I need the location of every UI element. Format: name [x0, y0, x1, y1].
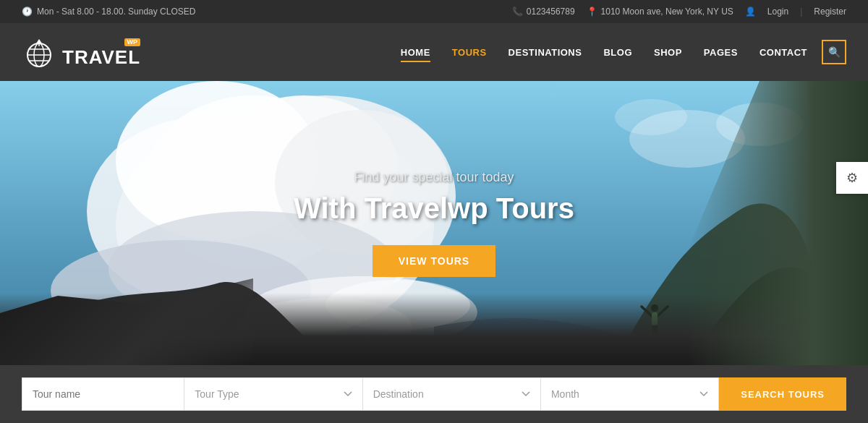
hero-subtitle: Find your special tour today: [294, 170, 574, 185]
search-tours-button[interactable]: SEARCH TOURS: [719, 377, 846, 411]
search-icon-button[interactable]: 🔍: [822, 40, 846, 64]
address-info: 📍 1010 Moon ave, New York, NY US: [587, 7, 733, 17]
nav-item-contact[interactable]: CONTACT: [760, 46, 807, 59]
register-link[interactable]: Register: [814, 7, 846, 17]
nav-links: HOME TOURS DESTINATIONS BLOG SHOP PAGES …: [401, 46, 807, 59]
month-select[interactable]: Month January February March April May J…: [541, 377, 719, 411]
settings-panel[interactable]: ⚙: [836, 162, 868, 194]
view-tours-button[interactable]: VIEW TOURS: [373, 245, 495, 277]
globe-icon: [22, 35, 56, 69]
top-bar: 🕐 Mon - Sat 8.00 - 18.00. Sunday CLOSED …: [0, 0, 868, 23]
nav-link-home[interactable]: HOME: [401, 47, 430, 62]
wp-badge: WP: [124, 38, 141, 46]
top-bar-right: 📞 0123456789 📍 1010 Moon ave, New York, …: [512, 7, 846, 17]
hero-title: With Travelwp Tours: [294, 192, 574, 225]
logo-name: TRAVEL: [62, 48, 140, 67]
navbar: WP TRAVEL HOME TOURS DESTINATIONS BLOG S…: [0, 23, 868, 81]
phone-number: 0123456789: [527, 7, 575, 17]
nav-link-contact[interactable]: CONTACT: [760, 47, 807, 58]
svg-point-21: [615, 99, 687, 135]
destination-select[interactable]: Destination Europe Asia America Africa: [363, 377, 541, 411]
tour-type-select[interactable]: Tour Type Cultural Adventure Beach City: [184, 377, 362, 411]
address-text: 1010 Moon ave, New York, NY US: [601, 7, 733, 17]
logo-text-group: WP TRAVEL: [62, 38, 140, 67]
nav-link-pages[interactable]: PAGES: [704, 47, 738, 58]
tour-name-input[interactable]: [22, 377, 184, 411]
hours-text: Mon - Sat 8.00 - 18.00. Sunday CLOSED: [37, 7, 195, 17]
search-icon: 🔍: [828, 46, 841, 58]
nav-link-destinations[interactable]: DESTINATIONS: [509, 47, 582, 58]
login-link[interactable]: Login: [767, 7, 788, 17]
hero-content: Find your special tour today With Travel…: [294, 170, 574, 277]
nav-item-blog[interactable]: BLOG: [603, 46, 632, 59]
nav-link-blog[interactable]: BLOG: [603, 47, 632, 58]
nav-item-destinations[interactable]: DESTINATIONS: [509, 46, 582, 59]
clock-icon: 🕐: [22, 7, 33, 17]
divider: |: [800, 7, 802, 17]
nav-link-tours[interactable]: TOURS: [452, 47, 487, 58]
logo[interactable]: WP TRAVEL: [22, 35, 140, 69]
phone-icon: 📞: [512, 7, 523, 17]
location-icon: 📍: [587, 7, 597, 17]
gear-icon: ⚙: [846, 170, 858, 186]
hero-rocks: [0, 293, 868, 365]
hero-section: Find your special tour today With Travel…: [0, 81, 868, 365]
phone-info: 📞 0123456789: [512, 7, 575, 17]
top-bar-left: 🕐 Mon - Sat 8.00 - 18.00. Sunday CLOSED: [22, 7, 195, 17]
nav-link-shop[interactable]: SHOP: [654, 47, 682, 58]
nav-item-home[interactable]: HOME: [401, 46, 430, 59]
nav-item-shop[interactable]: SHOP: [654, 46, 682, 59]
nav-item-tours[interactable]: TOURS: [452, 46, 487, 59]
search-bar: Tour Type Cultural Adventure Beach City …: [0, 365, 868, 423]
nav-item-pages[interactable]: PAGES: [704, 46, 738, 59]
user-icon: 👤: [745, 7, 756, 17]
